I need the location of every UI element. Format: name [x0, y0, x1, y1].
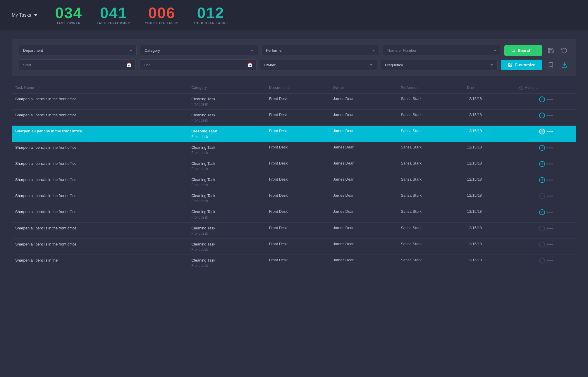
- more-actions-button[interactable]: [547, 260, 553, 261]
- complete-check-icon[interactable]: ✓: [539, 129, 545, 134]
- actions-cell[interactable]: ✓: [516, 110, 576, 126]
- category-main: Cleaning Task: [191, 113, 262, 118]
- more-actions-button[interactable]: [547, 99, 553, 100]
- category-main: Cleaning Task: [191, 209, 262, 215]
- table-row[interactable]: Sharpen all pencils in the front office …: [12, 110, 576, 126]
- task-name-cell: Sharpen all pencils in the: [12, 255, 188, 271]
- filter-row-2: Start 📅 End 📅 Owner Frequency: [19, 59, 569, 70]
- save-button[interactable]: [546, 46, 556, 56]
- check-circle-header-icon: [519, 86, 523, 90]
- table-row[interactable]: Sharpen all pencils in the front office …: [12, 94, 576, 110]
- table-row[interactable]: Sharpen all pencils in the front office …: [12, 158, 576, 174]
- category-select[interactable]: Category: [140, 45, 258, 56]
- category-cell: Cleaning Task Front desk: [188, 174, 265, 190]
- start-label: Start: [23, 63, 31, 67]
- table-row[interactable]: Sharpen all pencils in the front office …: [12, 174, 576, 190]
- more-actions-button[interactable]: [547, 131, 553, 132]
- frequency-select[interactable]: Frequency: [381, 60, 498, 70]
- dot-3: [551, 115, 553, 116]
- due-cell: 12/15/18: [464, 206, 516, 222]
- actions-cell[interactable]: ✓: [516, 174, 576, 190]
- actions-cell[interactable]: ✓: [516, 238, 576, 255]
- complete-check-icon[interactable]: ✓: [539, 242, 545, 248]
- table-row[interactable]: Sharpen all pencils in the front office …: [12, 142, 576, 158]
- complete-check-icon[interactable]: ✓: [539, 96, 545, 102]
- more-actions-button[interactable]: [547, 244, 553, 245]
- col-owner: Owner: [330, 83, 398, 94]
- table-row[interactable]: Sharpen all pencils in the front office …: [12, 126, 576, 142]
- col-category: Category: [188, 83, 265, 94]
- complete-check-icon[interactable]: ✓: [539, 258, 545, 264]
- category-sub: Front desk: [191, 248, 262, 252]
- more-actions-button[interactable]: [547, 212, 553, 213]
- category-cell: Cleaning Task Front desk: [188, 158, 265, 174]
- end-date-input[interactable]: End 📅: [139, 59, 256, 70]
- complete-check-icon[interactable]: ✓: [539, 113, 545, 118]
- performer-select[interactable]: Performer: [262, 45, 379, 56]
- more-actions-button[interactable]: [547, 179, 553, 181]
- search-button[interactable]: Search: [504, 45, 542, 56]
- my-tasks-button[interactable]: My Tasks: [12, 13, 37, 18]
- complete-check-icon[interactable]: ✓: [539, 209, 545, 215]
- task-name: Sharpen all pencils in the front office: [15, 209, 184, 215]
- category-cell: Cleaning Task Front desk: [188, 206, 265, 222]
- name-or-number-label: Name or Number: [387, 48, 417, 53]
- table-header-row: Task Name Category Department Owner Perf…: [12, 83, 576, 94]
- dot-1: [547, 131, 549, 132]
- complete-check-icon[interactable]: ✓: [539, 161, 545, 167]
- actions-cell[interactable]: ✓: [516, 222, 576, 238]
- more-actions-button[interactable]: [547, 115, 553, 116]
- category-cell: Cleaning Task Front desk: [188, 110, 265, 126]
- task-name-cell: Sharpen all pencils in the front office: [12, 222, 188, 238]
- owner-select[interactable]: Owner: [260, 60, 377, 70]
- bookmark-button[interactable]: [546, 60, 556, 70]
- task-name-cell: Sharpen all pencils in the front office: [12, 174, 188, 190]
- dot-2: [549, 260, 551, 261]
- actions-cell[interactable]: ✓: [516, 142, 576, 158]
- due-cell: 12/15/18: [464, 94, 516, 110]
- name-or-number-input[interactable]: Name or Number: [383, 45, 501, 56]
- table-row[interactable]: Sharpen all pencils in the Cleaning Task…: [12, 255, 576, 271]
- table-row[interactable]: Sharpen all pencils in the front office …: [12, 190, 576, 206]
- department-select[interactable]: Department: [19, 45, 137, 56]
- download-button[interactable]: [559, 60, 569, 70]
- customize-button[interactable]: Customize: [501, 60, 542, 70]
- table-row[interactable]: Sharpen all pencils in the front office …: [12, 222, 576, 238]
- table-row[interactable]: Sharpen all pencils in the front office …: [12, 206, 576, 222]
- task-name: Sharpen all pencils in the front office: [15, 177, 184, 182]
- actions-cell[interactable]: ✓: [516, 126, 576, 142]
- actions-cell[interactable]: ✓: [516, 255, 576, 271]
- refresh-button[interactable]: [559, 46, 569, 56]
- due-cell: 12/15/18: [464, 174, 516, 190]
- save-icon: [548, 47, 554, 54]
- dot-1: [547, 244, 549, 245]
- task-name: Sharpen all pencils in the front office: [15, 193, 184, 198]
- actions-cell[interactable]: ✓: [516, 94, 576, 110]
- dot-3: [551, 147, 553, 148]
- task-name: Sharpen all pencils in the front office: [15, 96, 184, 102]
- top-header: My Tasks 034 TASK OWNER 041 TASK PERFORM…: [0, 0, 588, 30]
- complete-check-icon[interactable]: ✓: [539, 177, 545, 183]
- stat-number: 034: [55, 5, 82, 20]
- complete-check-icon[interactable]: ✓: [539, 226, 545, 231]
- dot-1: [547, 228, 549, 229]
- actions-cell[interactable]: ✓: [516, 206, 576, 222]
- start-date-input[interactable]: Start 📅: [19, 59, 136, 70]
- dot-2: [549, 212, 551, 213]
- more-actions-button[interactable]: [547, 147, 553, 148]
- task-name: Sharpen all pencils in the front office: [15, 145, 184, 150]
- task-name: Sharpen all pencils in the front office: [15, 129, 184, 134]
- task-name: Sharpen all pencils in the front office: [15, 226, 184, 231]
- complete-check-icon[interactable]: ✓: [539, 193, 545, 199]
- actions-cell[interactable]: ✓: [516, 190, 576, 206]
- more-actions-button[interactable]: [547, 228, 553, 229]
- svg-point-0: [512, 49, 514, 51]
- category-cell: Cleaning Task Front desk: [188, 222, 265, 238]
- actions-cell[interactable]: ✓: [516, 158, 576, 174]
- dot-3: [551, 131, 553, 132]
- more-actions-button[interactable]: [547, 196, 553, 197]
- table-row[interactable]: Sharpen all pencils in the front office …: [12, 238, 576, 255]
- complete-check-icon[interactable]: ✓: [539, 145, 545, 151]
- category-cell: Cleaning Task Front desk: [188, 238, 265, 255]
- more-actions-button[interactable]: [547, 163, 553, 165]
